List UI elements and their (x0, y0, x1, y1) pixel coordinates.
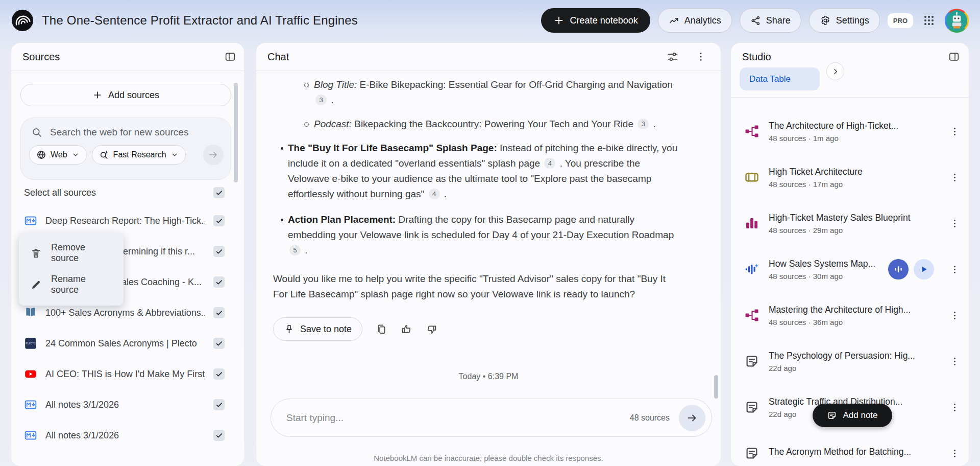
copy-icon[interactable] (376, 323, 387, 335)
chat-input[interactable] (286, 412, 630, 424)
source-row[interactable]: All notes 3/1/2026 (11, 420, 244, 451)
more-options-icon[interactable] (695, 51, 706, 63)
studio-item-meta: 22d ago (769, 364, 935, 372)
search-input[interactable]: Search the web for new sources (50, 127, 188, 138)
studio-item-row[interactable]: The Architecture of High-Ticket... 48 so… (731, 108, 969, 154)
pro-badge: PRO (888, 13, 913, 28)
item-menu-icon[interactable] (944, 126, 965, 137)
collapse-panel-icon[interactable] (225, 51, 236, 62)
search-submit-button[interactable] (203, 145, 224, 165)
citation-chip[interactable]: 4 (544, 158, 555, 169)
item-menu-icon[interactable] (944, 172, 965, 183)
studio-item-row[interactable]: How Sales Systems Map... 48 sources · 30… (731, 246, 969, 292)
arrow-right-icon (208, 149, 219, 160)
source-title: 100+ Sales Acronyms & Abbreviations... (45, 308, 205, 318)
apps-grid-icon[interactable] (921, 12, 937, 29)
note-icon (827, 410, 837, 421)
studio-item-row[interactable]: High-Ticket Mastery Sales Blueprint 48 s… (731, 200, 969, 246)
source-row[interactable]: All notes 3/1/2026 (11, 389, 244, 420)
thumbs-up-icon[interactable] (401, 323, 412, 335)
citation-chip[interactable]: 3 (315, 95, 327, 105)
studio-item-title: How Sales Systems Map... (769, 259, 879, 269)
share-icon (750, 15, 761, 26)
add-note-button[interactable]: Add note (813, 404, 892, 427)
source-title: 24 Common Sales Acronyms | Plecto (45, 338, 205, 349)
context-menu-item[interactable]: Remove source (19, 237, 124, 269)
markdown-icon (24, 214, 37, 227)
sources-scrollbar[interactable] (234, 83, 238, 182)
expand-panel-icon[interactable] (948, 51, 960, 62)
source-checkbox[interactable] (213, 215, 225, 226)
share-button[interactable]: Share (740, 8, 801, 33)
studio-item-row[interactable]: The Psychology of Persuasion: Hig... 22d… (731, 338, 969, 384)
check-icon (215, 401, 223, 409)
settings-button[interactable]: Settings (809, 8, 880, 33)
user-avatar[interactable] (945, 9, 969, 33)
chat-bullet-list: The "Buy It For Life Basecamp" Splash Pa… (273, 141, 681, 258)
studio-item-meta: 48 sources · 36m ago (769, 318, 935, 327)
source-checkbox[interactable] (213, 307, 225, 318)
thumbs-down-icon[interactable] (426, 323, 437, 335)
source-title: AI CEO: THIS is How I'd Make My First ..… (45, 369, 205, 380)
source-checkbox[interactable] (213, 430, 225, 441)
chat-scrollbar[interactable] (714, 375, 718, 399)
citation-chip[interactable]: 4 (429, 189, 440, 199)
select-all-checkbox[interactable] (213, 187, 225, 198)
tune-icon[interactable] (667, 51, 679, 63)
svg-text:PLECTO: PLECTO (26, 342, 36, 345)
studio-item-title: The Psychology of Persuasion: Hig... (769, 351, 935, 361)
data-table-chip[interactable]: Data Table (740, 67, 820, 90)
add-sources-button[interactable]: Add sources (20, 84, 231, 106)
data-table-expand-button[interactable] (826, 62, 844, 80)
studio-item-meta: 48 sources · 29m ago (769, 226, 935, 235)
citation-chip[interactable]: 3 (638, 119, 649, 129)
analytics-button[interactable]: Analytics (658, 8, 732, 33)
sources-panel: Sources Add sources Search the web for n… (11, 43, 244, 466)
item-menu-icon[interactable] (944, 402, 965, 413)
source-row[interactable]: PLECTO 24 Common Sales Acronyms | Plecto (11, 328, 244, 359)
studio-item-row[interactable]: High Ticket Architecture 48 sources · 17… (731, 154, 969, 200)
studio-item-title: The Acronym Method for Batching... (769, 447, 935, 457)
check-icon (215, 340, 223, 347)
source-checkbox[interactable] (213, 338, 225, 349)
source-checkbox[interactable] (213, 246, 225, 257)
source-checkbox[interactable] (213, 399, 225, 410)
source-title: All notes 3/1/2026 (45, 430, 205, 441)
studio-item-row[interactable]: The Acronym Method for Batching... (731, 430, 969, 466)
report-icon (744, 216, 760, 231)
waveform-icon (893, 264, 904, 275)
context-menu-item[interactable]: Rename source (19, 269, 124, 300)
check-icon (215, 432, 223, 439)
send-button[interactable] (679, 405, 705, 431)
notebook-title[interactable]: The One-Sentence Profit Extractor and AI… (42, 13, 358, 28)
item-menu-icon[interactable] (944, 448, 965, 459)
web-filter-dropdown[interactable]: Web (29, 145, 87, 165)
research-mode-dropdown[interactable]: Fast Research (92, 145, 186, 165)
source-checkbox[interactable] (213, 368, 225, 380)
notebooklm-logo-icon[interactable] (11, 9, 34, 32)
studio-item-meta: 48 sources · 17m ago (769, 180, 935, 189)
source-row[interactable]: Deep Research Report: The High-Tick... (11, 205, 244, 236)
item-menu-icon[interactable] (944, 218, 965, 229)
source-checkbox[interactable] (213, 276, 225, 288)
mindmap-icon (744, 308, 760, 323)
item-menu-icon[interactable] (944, 310, 965, 321)
chat-panel: Chat Blog Title: E-Bike Bikepacking: Ess… (256, 43, 721, 466)
web-search-card: Search the web for new sources Web Fast … (20, 118, 231, 180)
create-notebook-button[interactable]: Create notebook (541, 8, 650, 33)
save-to-note-button[interactable]: Save to note (273, 317, 362, 341)
item-menu-icon[interactable] (944, 356, 965, 367)
settings-label: Settings (836, 15, 869, 26)
studio-item-row[interactable]: Mastering the Architecture of High... 48… (731, 292, 969, 338)
research-mode-label: Fast Research (113, 150, 166, 159)
markdown-icon (24, 429, 37, 442)
chevron-right-icon (831, 67, 840, 76)
source-row[interactable]: AI CEO: THIS is How I'd Make My First ..… (11, 359, 244, 389)
citation-chip[interactable]: 5 (289, 245, 301, 255)
play-button[interactable] (914, 259, 934, 279)
chat-sub-bullet: Blog Title: E-Bike Bikepacking: Essentia… (314, 77, 681, 108)
check-icon (215, 217, 223, 225)
interactive-mode-button[interactable] (888, 259, 909, 279)
item-menu-icon[interactable] (944, 264, 965, 275)
source-count: 48 sources (630, 413, 670, 423)
